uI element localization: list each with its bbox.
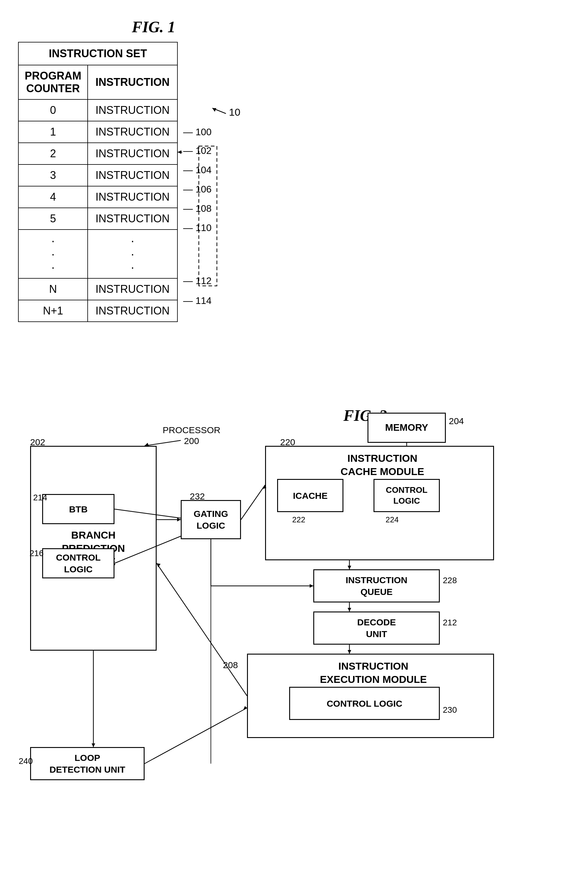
inst-5: INSTRUCTION — [88, 208, 177, 230]
pc-n1: N+1 — [18, 300, 88, 322]
pc-4: 4 — [18, 186, 88, 208]
svg-line-27 — [157, 563, 247, 696]
label-220: 220 — [280, 437, 295, 448]
label-112: — 112 — [183, 275, 212, 286]
table-row: 1 INSTRUCTION — [18, 121, 177, 143]
gating-logic-box: GATINGLOGIC — [181, 500, 241, 539]
fig1-section: FIG. 1 INSTRUCTION SET PROGRAM COUNTER I… — [18, 18, 289, 323]
decode-unit-box: DECODEUNIT — [313, 612, 440, 645]
fig1-title: FIG. 1 — [18, 18, 289, 36]
loop-detection-box: LOOPDETECTION UNIT — [30, 747, 145, 780]
label-224: 224 — [386, 515, 399, 525]
inst-n: INSTRUCTION — [88, 278, 177, 300]
inst-dots: ··· — [88, 230, 177, 278]
processor-label: PROCESSOR200 — [163, 425, 220, 446]
svg-line-0 — [212, 108, 226, 114]
pc-2: 2 — [18, 143, 88, 165]
col-header-pc: PROGRAM COUNTER — [18, 65, 88, 99]
table-row: 0 INSTRUCTION — [18, 99, 177, 121]
pc-dots: ··· — [18, 230, 88, 278]
inst-0: INSTRUCTION — [88, 99, 177, 121]
control-logic-exec-box: CONTROL LOGIC — [289, 687, 440, 720]
svg-line-10 — [241, 485, 265, 520]
svg-marker-3 — [178, 150, 182, 154]
label-104: — 104 — [183, 165, 212, 176]
label-222: 222 — [292, 515, 305, 525]
inst-4: INSTRUCTION — [88, 186, 177, 208]
label-240: 240 — [19, 756, 33, 766]
svg-marker-18 — [348, 566, 351, 569]
label-232: 232 — [190, 491, 205, 502]
label-110: — 110 — [183, 222, 212, 233]
table-row: 5 INSTRUCTION — [18, 208, 177, 230]
table-row: 4 INSTRUCTION — [18, 186, 177, 208]
memory-box: MEMORY — [368, 412, 446, 443]
label-114: — 114 — [183, 295, 212, 306]
svg-marker-9 — [177, 518, 181, 521]
svg-marker-28 — [157, 563, 160, 567]
inst-1: INSTRUCTION — [88, 121, 177, 143]
table-row: 2 INSTRUCTION — [18, 143, 177, 165]
btb-box: BTB — [42, 494, 114, 524]
svg-marker-20 — [348, 608, 351, 612]
svg-marker-1 — [212, 108, 216, 112]
label-208: 208 — [223, 660, 238, 670]
svg-marker-26 — [243, 706, 247, 710]
table-row: 3 INSTRUCTION — [18, 165, 177, 186]
control-logic-cache-box: CONTROLLOGIC — [374, 479, 440, 512]
pc-0: 0 — [18, 99, 88, 121]
pc-n: N — [18, 278, 88, 300]
svg-marker-24 — [92, 743, 95, 747]
svg-marker-16 — [310, 584, 313, 588]
svg-marker-22 — [348, 650, 351, 654]
fig2-section: FIG. 2 PROCESSOR200 BRANCHPREDICTIONMODU… — [18, 406, 578, 864]
label-102: — 102 — [183, 145, 212, 156]
label-100: — 100 — [183, 126, 212, 137]
instruction-set-table: INSTRUCTION SET PROGRAM COUNTER INSTRUCT… — [18, 42, 178, 322]
pc-3: 3 — [18, 165, 88, 186]
table-row-dots: ··· ··· — [18, 230, 177, 278]
label-202: 202 — [30, 437, 45, 448]
icache-box: ICACHE — [277, 479, 344, 512]
table-header-instruction-set: INSTRUCTION SET — [18, 42, 177, 65]
label-228: 228 — [443, 575, 457, 586]
label-204: 204 — [449, 416, 464, 426]
table-row: N INSTRUCTION — [18, 278, 177, 300]
instruction-queue-box: INSTRUCTIONQUEUE — [313, 569, 440, 603]
inst-3: INSTRUCTION — [88, 165, 177, 186]
label-106: — 106 — [183, 184, 212, 195]
label-108: — 108 — [183, 203, 212, 214]
label-230: 230 — [443, 705, 457, 715]
label-212: 212 — [443, 618, 457, 628]
inst-2: INSTRUCTION — [88, 143, 177, 165]
svg-line-25 — [145, 708, 247, 764]
label-10: 10 — [229, 106, 240, 118]
svg-rect-4 — [199, 146, 217, 286]
label-216: 216 — [30, 548, 44, 558]
pc-1: 1 — [18, 121, 88, 143]
table-row: N+1 INSTRUCTION — [18, 300, 177, 322]
inst-n1: INSTRUCTION — [88, 300, 177, 322]
pc-5: 5 — [18, 208, 88, 230]
col-header-inst: INSTRUCTION — [88, 65, 177, 99]
control-logic-branch-box: CONTROLLOGIC — [42, 548, 114, 578]
label-214: 214 — [33, 492, 47, 503]
